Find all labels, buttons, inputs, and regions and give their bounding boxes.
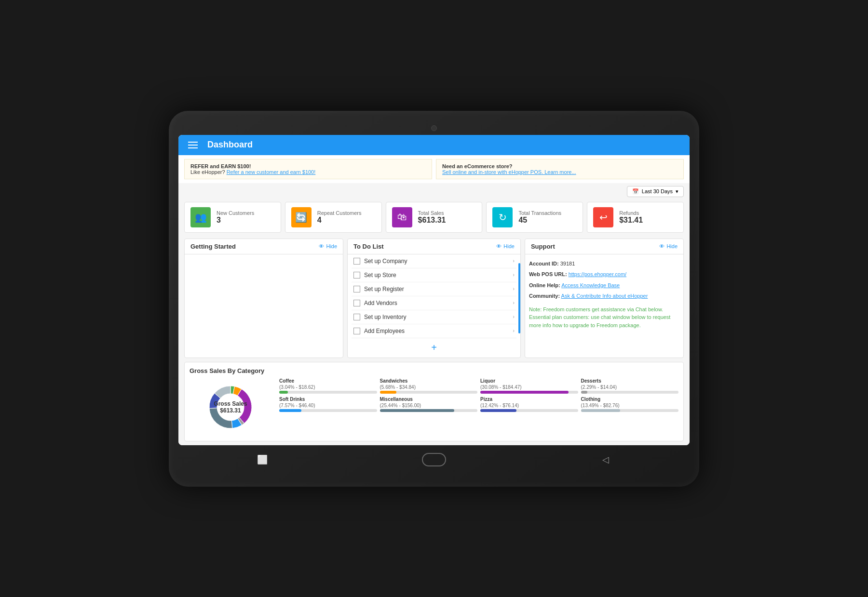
- todo-body: Set up Company › Set up Store › Set up R…: [348, 254, 520, 358]
- todo-arrow-icon: ›: [513, 258, 515, 264]
- legend-bar-bg: [380, 409, 478, 412]
- todo-item[interactable]: Add Vendors ›: [352, 296, 516, 310]
- tablet-camera: [431, 125, 437, 131]
- legend-category-value: (13.49% - $82.76): [581, 403, 679, 408]
- legend-bar-bg: [581, 409, 679, 412]
- legend-category-name: Pizza: [480, 397, 578, 402]
- refer-banner-body: Like eHopper?: [190, 169, 225, 175]
- account-id-value: 39181: [560, 261, 575, 266]
- tablet-frame: Dashboard REFER and EARN $100! Like eHop…: [169, 111, 699, 487]
- todo-arrow-icon: ›: [513, 286, 515, 292]
- refer-banner-link[interactable]: Refer a new customer and earn $100!: [227, 169, 316, 175]
- web-pos-item: Web POS URL: https://pos.ehopper.com/: [529, 269, 679, 280]
- legend-bar-fill: [581, 391, 588, 394]
- legend-item: Clothing (13.49% - $82.76): [581, 397, 679, 412]
- stat-value: 4: [317, 216, 362, 225]
- legend-item: Coffee (3.04% - $18.62): [279, 378, 377, 394]
- stat-icon: 🔄: [291, 207, 312, 227]
- app-title: Dashboard: [207, 140, 253, 150]
- legend-category-value: (2.29% - $14.04): [581, 385, 679, 390]
- stat-info: Total Sales $613.31: [418, 210, 446, 225]
- todo-item-label: Add Employees: [364, 328, 509, 334]
- online-help-link[interactable]: Access Knowledge Base: [561, 282, 620, 288]
- web-pos-url[interactable]: https://pos.ehopper.com/: [569, 271, 626, 277]
- community-item: Community: Ask & Contribute Info about e…: [529, 291, 679, 302]
- todo-checkbox[interactable]: [353, 314, 360, 320]
- tablet-screen: Dashboard REFER and EARN $100! Like eHop…: [178, 135, 690, 445]
- stat-icon: ↻: [492, 207, 513, 227]
- legend-bar-bg: [279, 409, 377, 412]
- legend-category-value: (7.57% - $46.40): [279, 403, 377, 408]
- legend-category-value: (30.08% - $184.47): [480, 385, 578, 390]
- online-help-label: Online Help:: [529, 282, 560, 288]
- todo-item[interactable]: Set up Register ›: [352, 282, 516, 296]
- legend-bar-fill: [581, 409, 621, 412]
- donut-chart: Gross Sales $613.31: [190, 378, 271, 436]
- banners-container: REFER and EARN $100! Like eHopper? Refer…: [178, 155, 690, 183]
- legend-category-name: Desserts: [581, 378, 679, 384]
- todo-header: To Do List 👁 Hide: [348, 239, 520, 254]
- support-note: Note: Freedom customers get assistance v…: [529, 305, 679, 330]
- community-label: Community:: [529, 293, 560, 299]
- stat-card-new-customers[interactable]: 👥 New Customers 3: [184, 202, 281, 233]
- hamburger-menu-button[interactable]: [186, 140, 200, 150]
- todo-checkbox[interactable]: [353, 328, 360, 334]
- chart-section: Gross Sales By Category Gross Sales $613…: [184, 362, 684, 441]
- back-btn[interactable]: ◁: [597, 451, 614, 468]
- main-content: Getting Started 👁 Hide To Do List: [178, 235, 690, 445]
- legend-item: Sandwiches (5.68% - $34.84): [380, 378, 478, 394]
- date-filter-bar: 📅 Last 30 Days ▾: [178, 183, 690, 200]
- calendar-icon: 📅: [632, 188, 639, 195]
- todo-checkbox[interactable]: [353, 300, 360, 306]
- home-btn[interactable]: [422, 453, 446, 466]
- stat-card-total-transactions[interactable]: ↻ Total Transactions 45: [486, 202, 583, 233]
- todo-checkbox[interactable]: [353, 272, 360, 279]
- legend-bar-fill: [480, 409, 516, 412]
- todo-arrow-icon: ›: [513, 272, 515, 278]
- todo-item[interactable]: Set up Company ›: [352, 254, 516, 268]
- legend-bar-fill: [279, 409, 301, 412]
- todo-checkbox[interactable]: [353, 258, 360, 265]
- support-title: Support: [531, 243, 555, 250]
- stat-value: $613.31: [418, 216, 446, 225]
- stat-icon: ↩: [593, 207, 613, 227]
- todo-hide-btn[interactable]: 👁 Hide: [496, 243, 515, 249]
- account-id-item: Account ID: 39181: [529, 258, 679, 269]
- legend-bar-bg: [480, 409, 578, 412]
- date-filter-button[interactable]: 📅 Last 30 Days ▾: [627, 186, 684, 197]
- legend-category-name: Clothing: [581, 397, 679, 402]
- legend-item: Desserts (2.29% - $14.04): [581, 378, 679, 394]
- todo-item[interactable]: Set up Store ›: [352, 268, 516, 282]
- legend-item: Pizza (12.42% - $76.14): [480, 397, 578, 412]
- todo-item[interactable]: Set up Inventory ›: [352, 310, 516, 324]
- todo-item[interactable]: Add Employees ›: [352, 324, 516, 338]
- todo-add-button[interactable]: +: [352, 338, 516, 357]
- legend-bar-fill: [279, 391, 288, 394]
- legend-category-name: Liquor: [480, 378, 578, 384]
- todo-arrow-icon: ›: [513, 314, 515, 319]
- legend-bar-bg: [380, 391, 478, 394]
- stat-info: New Customers 3: [217, 210, 254, 225]
- legend-category-value: (12.42% - $76.14): [480, 403, 578, 408]
- recent-apps-btn[interactable]: ⬜: [254, 451, 271, 468]
- stat-card-refunds[interactable]: ↩ Refunds $31.41: [587, 202, 684, 233]
- todo-checkbox[interactable]: [353, 286, 360, 292]
- getting-started-hide-btn[interactable]: 👁 Hide: [319, 243, 337, 249]
- todo-arrow-icon: ›: [513, 328, 515, 333]
- stat-card-total-sales[interactable]: 🛍 Total Sales $613.31: [386, 202, 483, 233]
- legend-category-name: Sandwiches: [380, 378, 478, 384]
- community-link[interactable]: Ask & Contribute Info about eHopper: [561, 293, 648, 299]
- legend-item: Liquor (30.08% - $184.47): [480, 378, 578, 394]
- donut-center: Gross Sales $613.31: [214, 400, 247, 414]
- chart-legend: Coffee (3.04% - $18.62) Sandwiches (5.68…: [279, 378, 678, 436]
- stat-value: $31.41: [619, 216, 643, 225]
- getting-started-body: [185, 254, 343, 358]
- todo-scroll-indicator: [518, 263, 520, 333]
- legend-category-name: Soft Drinks: [279, 397, 377, 402]
- legend-item: Soft Drinks (7.57% - $46.40): [279, 397, 377, 412]
- ecommerce-banner-link[interactable]: Sell online and in-store with eHopper PO…: [442, 169, 576, 175]
- stat-card-repeat-customers[interactable]: 🔄 Repeat Customers 4: [285, 202, 382, 233]
- stat-label: Total Sales: [418, 210, 446, 216]
- support-hide-btn[interactable]: 👁 Hide: [659, 243, 678, 249]
- ecommerce-banner-title: Need an eCommerce store?: [442, 163, 678, 169]
